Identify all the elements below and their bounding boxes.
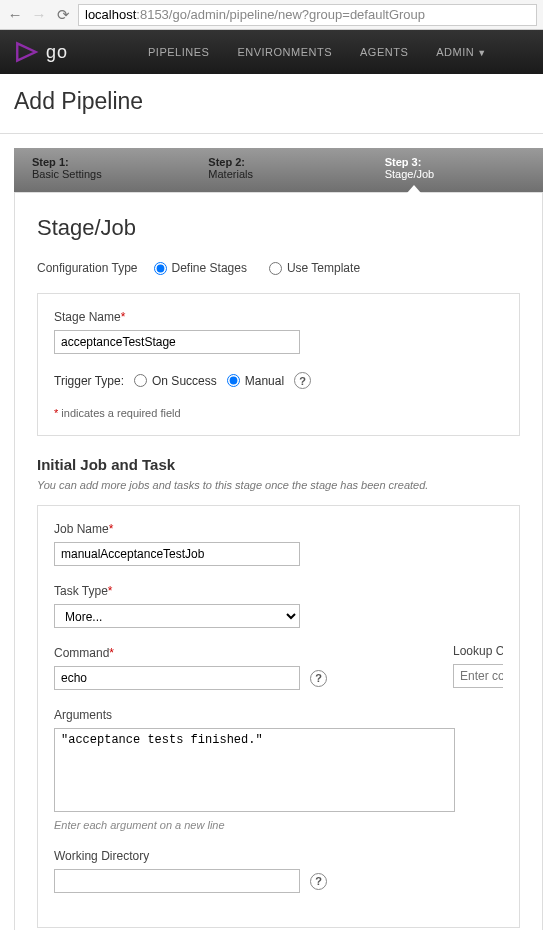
radio-on-success[interactable]: On Success [134, 374, 217, 388]
help-icon[interactable]: ? [310, 873, 327, 890]
arguments-hint: Enter each argument on a new line [54, 819, 503, 831]
stage-name-input[interactable] [54, 330, 300, 354]
help-icon[interactable]: ? [294, 372, 311, 389]
workdir-label: Working Directory [54, 849, 503, 863]
logo-text: go [46, 42, 68, 63]
section-heading-stagejob: Stage/Job [37, 215, 520, 241]
radio-manual[interactable]: Manual [227, 374, 284, 388]
job-task-desc: You can add more jobs and tasks to this … [37, 479, 520, 491]
stage-box: Stage Name* Trigger Type: On Success Man… [37, 293, 520, 436]
radio-on-success-input[interactable] [134, 374, 147, 387]
radio-use-template-input[interactable] [269, 262, 282, 275]
nav-environments[interactable]: ENVIRONMENTS [237, 46, 332, 58]
chevron-down-icon: ▼ [477, 48, 486, 58]
nav-agents[interactable]: AGENTS [360, 46, 408, 58]
radio-define-stages-input[interactable] [154, 262, 167, 275]
radio-use-template[interactable]: Use Template [269, 261, 360, 275]
forward-button[interactable]: → [30, 6, 48, 24]
trigger-type-row: Trigger Type: On Success Manual ? [54, 372, 503, 389]
page-title: Add Pipeline [0, 74, 543, 133]
radio-manual-input[interactable] [227, 374, 240, 387]
lookup-input[interactable] [453, 664, 503, 688]
stage-job-pane: Stage/Job Configuration Type Define Stag… [14, 192, 543, 930]
go-logo-icon [14, 39, 40, 65]
arguments-label: Arguments [54, 708, 503, 722]
top-nav: go PIPELINES ENVIRONMENTS AGENTS ADMIN▼ [0, 30, 543, 74]
task-type-label: Task Type* [54, 584, 503, 598]
job-task-heading: Initial Job and Task [37, 456, 520, 473]
command-input[interactable] [54, 666, 300, 690]
workdir-input[interactable] [54, 869, 300, 893]
svg-marker-0 [17, 43, 35, 60]
job-name-input[interactable] [54, 542, 300, 566]
nav-admin[interactable]: ADMIN▼ [436, 46, 486, 58]
browser-toolbar: ← → ⟳ localhost:8153/go/admin/pipeline/n… [0, 0, 543, 30]
lookup-col: Lookup Co [453, 644, 503, 688]
command-label: Command* [54, 646, 503, 660]
wizard-step-2[interactable]: Step 2: Materials [190, 148, 366, 192]
wizard-step-1[interactable]: Step 1: Basic Settings [14, 148, 190, 192]
address-bar[interactable]: localhost:8153/go/admin/pipeline/new?gro… [78, 4, 537, 26]
arguments-textarea[interactable] [54, 728, 455, 812]
trigger-type-label: Trigger Type: [54, 374, 124, 388]
job-box: Job Name* Task Type* More... Lookup Co C… [37, 505, 520, 928]
radio-define-stages[interactable]: Define Stages [154, 261, 247, 275]
nav-pipelines[interactable]: PIPELINES [148, 46, 209, 58]
url-host: localhost [85, 7, 136, 22]
wizard-steps: Step 1: Basic Settings Step 2: Materials… [14, 148, 543, 192]
divider [0, 133, 543, 134]
url-path: :8153/go/admin/pipeline/new?group=defaul… [136, 7, 425, 22]
task-type-select[interactable]: More... [54, 604, 300, 628]
lookup-label: Lookup Co [453, 644, 503, 658]
help-icon[interactable]: ? [310, 670, 327, 687]
config-type-label: Configuration Type [37, 261, 138, 275]
config-type-row: Configuration Type Define Stages Use Tem… [37, 261, 520, 275]
stage-name-label: Stage Name* [54, 310, 503, 324]
job-name-label: Job Name* [54, 522, 503, 536]
back-button[interactable]: ← [6, 6, 24, 24]
required-note: * indicates a required field [54, 407, 503, 419]
wizard-step-3[interactable]: Step 3: Stage/Job [367, 148, 543, 192]
reload-button[interactable]: ⟳ [54, 6, 72, 24]
